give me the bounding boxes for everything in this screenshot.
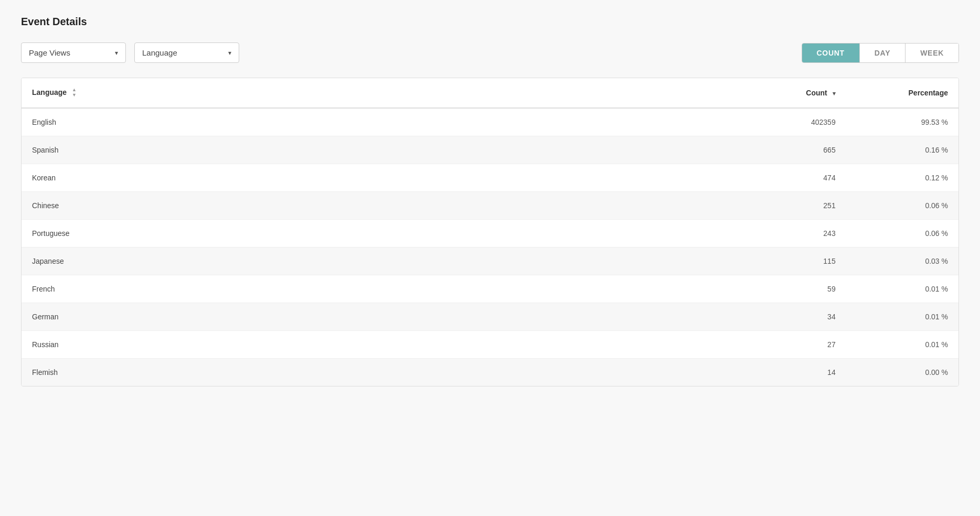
- cell-language: Spanish: [22, 136, 725, 164]
- view-toggle-group: COUNT DAY WEEK: [802, 43, 959, 63]
- cell-percentage: 0.03 %: [846, 247, 958, 275]
- language-dropdown[interactable]: Language ▾: [134, 42, 239, 63]
- table-row: French590.01 %: [22, 275, 958, 303]
- toggle-week-button[interactable]: WEEK: [906, 44, 958, 62]
- table-row: Flemish140.00 %: [22, 358, 958, 386]
- page-views-label: Page Views: [29, 48, 70, 57]
- count-sort-icon: ▾: [833, 90, 836, 97]
- cell-count: 474: [725, 164, 846, 191]
- table-header-row: Language ▲▼ Count ▾ Percentage: [22, 78, 958, 108]
- cell-language: Flemish: [22, 358, 725, 386]
- cell-count: 34: [725, 303, 846, 330]
- cell-count: 665: [725, 136, 846, 164]
- table-row: English40235999.53 %: [22, 108, 958, 136]
- language-sort-icon: ▲▼: [72, 88, 77, 98]
- table-row: Russian270.01 %: [22, 330, 958, 358]
- cell-language: Chinese: [22, 191, 725, 219]
- col-header-count[interactable]: Count ▾: [725, 78, 846, 108]
- cell-language: English: [22, 108, 725, 136]
- cell-count: 27: [725, 330, 846, 358]
- percentage-col-label: Percentage: [909, 89, 948, 97]
- cell-language: Portuguese: [22, 219, 725, 247]
- cell-percentage: 0.06 %: [846, 191, 958, 219]
- table-row: Portuguese2430.06 %: [22, 219, 958, 247]
- col-header-percentage: Percentage: [846, 78, 958, 108]
- cell-percentage: 0.06 %: [846, 219, 958, 247]
- cell-language: French: [22, 275, 725, 303]
- cell-language: Russian: [22, 330, 725, 358]
- cell-count: 251: [725, 191, 846, 219]
- cell-percentage: 0.01 %: [846, 330, 958, 358]
- toolbar: Page Views ▾ Language ▾ COUNT DAY WEEK: [21, 42, 959, 63]
- language-label: Language: [142, 48, 177, 57]
- cell-count: 115: [725, 247, 846, 275]
- cell-count: 14: [725, 358, 846, 386]
- col-header-language[interactable]: Language ▲▼: [22, 78, 725, 108]
- cell-percentage: 0.01 %: [846, 303, 958, 330]
- cell-percentage: 0.00 %: [846, 358, 958, 386]
- toggle-count-button[interactable]: COUNT: [802, 44, 860, 62]
- page-title: Event Details: [21, 16, 959, 28]
- page-views-dropdown[interactable]: Page Views ▾: [21, 42, 126, 63]
- data-table-container: Language ▲▼ Count ▾ Percentage English40…: [21, 78, 959, 386]
- data-table: Language ▲▼ Count ▾ Percentage English40…: [22, 78, 958, 386]
- table-row: Spanish6650.16 %: [22, 136, 958, 164]
- table-row: German340.01 %: [22, 303, 958, 330]
- table-row: Japanese1150.03 %: [22, 247, 958, 275]
- count-col-label: Count: [806, 89, 827, 97]
- cell-count: 59: [725, 275, 846, 303]
- toggle-day-button[interactable]: DAY: [860, 44, 906, 62]
- cell-count: 402359: [725, 108, 846, 136]
- page-views-arrow-icon: ▾: [115, 49, 118, 57]
- language-arrow-icon: ▾: [228, 49, 231, 57]
- cell-language: Korean: [22, 164, 725, 191]
- table-row: Korean4740.12 %: [22, 164, 958, 191]
- cell-percentage: 0.16 %: [846, 136, 958, 164]
- table-row: Chinese2510.06 %: [22, 191, 958, 219]
- cell-language: Japanese: [22, 247, 725, 275]
- cell-percentage: 99.53 %: [846, 108, 958, 136]
- cell-language: German: [22, 303, 725, 330]
- cell-percentage: 0.01 %: [846, 275, 958, 303]
- cell-count: 243: [725, 219, 846, 247]
- table-body: English40235999.53 %Spanish6650.16 %Kore…: [22, 108, 958, 386]
- cell-percentage: 0.12 %: [846, 164, 958, 191]
- language-col-label: Language: [32, 88, 67, 96]
